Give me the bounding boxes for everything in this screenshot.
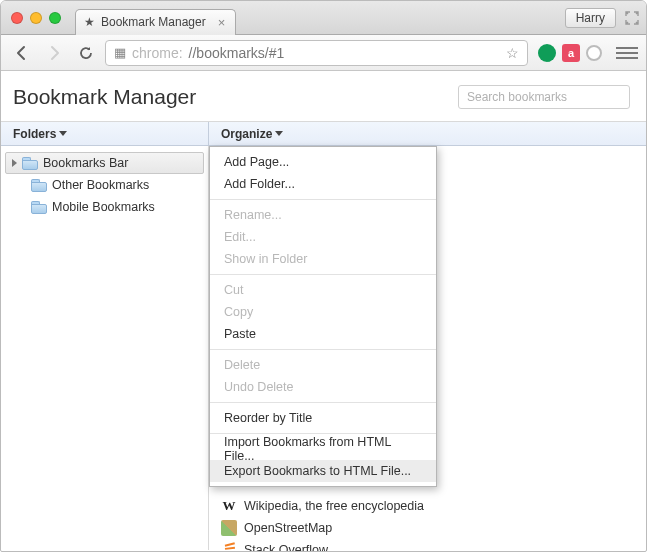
tree-label: Bookmarks Bar: [43, 156, 128, 170]
extension-icon[interactable]: [586, 45, 602, 61]
page-header: Bookmark Manager: [1, 71, 646, 122]
reload-button[interactable]: [73, 40, 99, 66]
zoom-window-button[interactable]: [49, 12, 61, 24]
tab-close-icon[interactable]: ×: [218, 15, 226, 30]
menu-item: Cut: [210, 279, 436, 301]
organize-context-menu: Add Page...Add Folder...Rename...Edit...…: [209, 146, 437, 487]
traffic-lights: [11, 12, 61, 24]
page-icon: ▦: [114, 45, 126, 60]
fullscreen-icon[interactable]: [624, 10, 640, 26]
tree-item-mobile-bookmarks[interactable]: Mobile Bookmarks: [5, 196, 204, 218]
browser-tab[interactable]: ★ Bookmark Manager ×: [75, 9, 236, 35]
extension-icons: a: [538, 44, 602, 62]
back-button[interactable]: [9, 40, 35, 66]
folders-label: Folders: [13, 127, 56, 141]
bookmark-row[interactable]: Stack Overflow: [217, 539, 638, 552]
tree-item-bookmarks-bar[interactable]: Bookmarks Bar: [5, 152, 204, 174]
folder-icon: [22, 157, 38, 170]
bookmark-label: Stack Overflow: [244, 543, 328, 552]
tree-label: Mobile Bookmarks: [52, 200, 155, 214]
page-title: Bookmark Manager: [13, 85, 196, 109]
tab-title: Bookmark Manager: [101, 15, 206, 29]
content-area: Bookmarks Bar Other Bookmarks Mobile Boo…: [1, 146, 646, 550]
bookmark-row[interactable]: OpenStreetMap: [217, 517, 638, 539]
browser-toolbar: ▦ chrome://bookmarks/#1 ☆ a: [1, 35, 646, 71]
bookmark-star-icon: ★: [84, 15, 95, 29]
stackoverflow-favicon: [221, 542, 237, 552]
menu-item: Edit...: [210, 226, 436, 248]
chevron-down-icon: [275, 131, 283, 136]
osm-favicon: [221, 520, 237, 536]
menu-separator: [210, 349, 436, 350]
folders-column-header[interactable]: Folders: [1, 122, 209, 145]
bookmark-label: OpenStreetMap: [244, 521, 332, 535]
organize-label: Organize: [221, 127, 272, 141]
folder-icon: [31, 179, 47, 192]
disclosure-triangle-icon[interactable]: [12, 159, 17, 167]
menu-item: Rename...: [210, 204, 436, 226]
menu-item: Copy: [210, 301, 436, 323]
bookmark-label: Wikipedia, the free encyclopedia: [244, 499, 424, 513]
menu-item[interactable]: Import Bookmarks from HTML File...: [210, 438, 436, 460]
extension-icon[interactable]: a: [562, 44, 580, 62]
hangouts-extension-icon[interactable]: [538, 44, 556, 62]
folder-tree: Bookmarks Bar Other Bookmarks Mobile Boo…: [1, 146, 209, 550]
menu-separator: [210, 433, 436, 434]
folder-icon: [31, 201, 47, 214]
wikipedia-favicon: W: [221, 498, 237, 514]
menu-item: Undo Delete: [210, 376, 436, 398]
menu-button[interactable]: [616, 47, 638, 59]
window-titlebar: ★ Bookmark Manager × Harry: [1, 1, 646, 35]
column-header: Folders Organize: [1, 122, 646, 146]
menu-item: Delete: [210, 354, 436, 376]
organize-menu-button[interactable]: Organize: [209, 122, 283, 145]
bookmark-page-icon[interactable]: ☆: [506, 45, 519, 61]
search-input[interactable]: [458, 85, 630, 109]
profile-button[interactable]: Harry: [565, 8, 616, 28]
menu-item: Show in Folder: [210, 248, 436, 270]
menu-item[interactable]: Add Folder...: [210, 173, 436, 195]
close-window-button[interactable]: [11, 12, 23, 24]
menu-separator: [210, 402, 436, 403]
menu-separator: [210, 199, 436, 200]
bookmark-row[interactable]: WWikipedia, the free encyclopedia: [217, 495, 638, 517]
url-path: //bookmarks/#1: [189, 45, 285, 61]
chevron-down-icon: [59, 131, 67, 136]
menu-item[interactable]: Export Bookmarks to HTML File...: [210, 460, 436, 482]
bookmark-list: Add Page...Add Folder...Rename...Edit...…: [209, 146, 646, 550]
forward-button[interactable]: [41, 40, 67, 66]
menu-item[interactable]: Add Page...: [210, 151, 436, 173]
tree-item-other-bookmarks[interactable]: Other Bookmarks: [5, 174, 204, 196]
menu-separator: [210, 274, 436, 275]
tree-label: Other Bookmarks: [52, 178, 149, 192]
menu-item[interactable]: Reorder by Title: [210, 407, 436, 429]
minimize-window-button[interactable]: [30, 12, 42, 24]
url-scheme: chrome:: [132, 45, 183, 61]
address-bar[interactable]: ▦ chrome://bookmarks/#1 ☆: [105, 40, 528, 66]
menu-item[interactable]: Paste: [210, 323, 436, 345]
